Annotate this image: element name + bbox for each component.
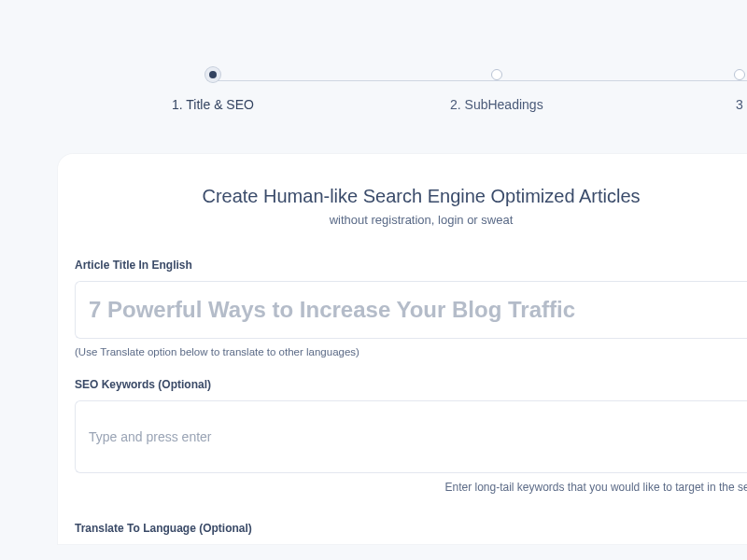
step-3-label: 3 <box>734 97 745 112</box>
seo-keywords-placeholder: Type and press enter <box>89 429 212 444</box>
article-title-hint: (Use Translate option below to translate… <box>75 346 747 357</box>
step-2[interactable]: 2. SubHeadings <box>450 69 543 112</box>
translate-language-label: Translate To Language (Optional) <box>75 522 747 535</box>
step-dot-icon <box>491 69 502 80</box>
step-dot-icon <box>734 69 745 80</box>
article-title-label: Article Title In English <box>75 259 747 272</box>
step-3[interactable]: 3 <box>734 69 745 112</box>
article-title-input[interactable] <box>75 281 747 339</box>
page-subtitle: without registration, login or sweat <box>58 213 747 227</box>
page-title: Create Human-like Search Engine Optimize… <box>58 186 747 207</box>
form-card: Create Human-like Search Engine Optimize… <box>58 154 747 544</box>
step-1[interactable]: 1. Title & SEO <box>172 69 254 112</box>
stepper: 1. Title & SEO 2. SubHeadings 3 <box>0 0 747 121</box>
seo-keywords-label: SEO Keywords (Optional) <box>75 378 747 391</box>
seo-keywords-hint: Enter long-tail keywords that you would … <box>75 481 747 494</box>
step-dot-icon <box>205 67 220 82</box>
seo-keywords-input[interactable]: Type and press enter <box>75 400 747 473</box>
step-1-label: 1. Title & SEO <box>172 97 254 112</box>
step-2-label: 2. SubHeadings <box>450 97 543 112</box>
